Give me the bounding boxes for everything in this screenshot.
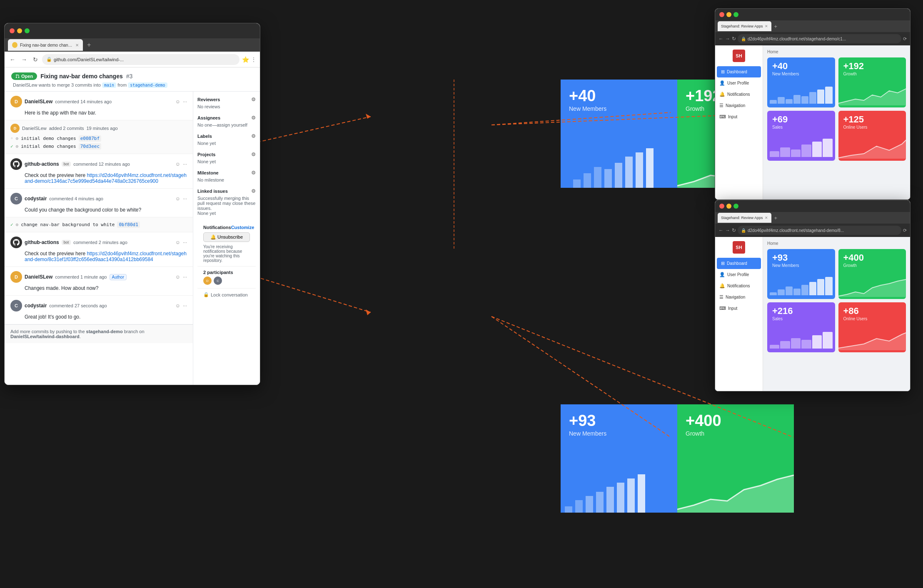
dash-bottom-nav-navigation[interactable]: ☰ Navigation [715,292,763,303]
dash-bottom-url[interactable]: 🔒 d2do46pvihf4mz.cloudfront.net/stagehan… [738,226,901,235]
emoji-4[interactable]: ☺ [175,303,180,309]
labels-section: Labels ⚙ None yet [197,133,256,146]
dash-top-new-tab[interactable]: + [773,23,779,30]
bot-badge-1: bot [62,162,71,167]
dash-top-minimize[interactable] [726,12,731,17]
dash-bottom-sales-label: Sales [772,316,830,321]
close-button[interactable] [10,28,15,33]
svg-rect-19 [636,152,643,188]
labels-gear[interactable]: ⚙ [251,133,256,139]
dash-bottom-new-tab[interactable]: + [773,215,779,221]
assignees-gear[interactable]: ⚙ [251,115,256,121]
sales-bar-6 [823,139,832,157]
new-tab-button[interactable]: + [85,41,93,49]
dash-top-close[interactable] [719,12,724,17]
lock-label[interactable]: Lock conversation [211,292,248,297]
commit-2-hash[interactable]: 70d3eec [79,143,101,149]
dash-top-maximize[interactable] [733,12,738,17]
extensions-area[interactable]: ⭐ ⋮ [242,56,257,63]
more-2[interactable]: ··· [183,196,187,202]
reviewers-header: Reviewers ⚙ [197,97,256,102]
notif-desc: You're receiving notifications because y… [203,244,250,263]
commit-1-hash[interactable]: e0087bf [79,135,101,142]
dash-bottom-nav-input[interactable]: ⌨ Input [715,303,763,314]
emoji-button-1[interactable]: ☺ [175,99,180,105]
dash-bottom-breadcrumb: Home [767,241,906,246]
more-bot-1[interactable]: ··· [183,161,187,167]
b-sales-bar-3 [791,338,801,349]
back-button[interactable]: ← [8,55,17,64]
dash-bottom-minimize[interactable] [726,204,731,209]
active-tab[interactable]: Fixing nav-bar demo changes | ✕ [8,39,83,51]
dash-top-card-online-users: +125 Online Users [838,111,906,161]
comment-1-header: D DanielSLew commented 14 minutes ago ☺ … [10,96,187,107]
dash-bottom-refresh[interactable]: ↻ [732,227,736,233]
forward-button[interactable]: → [20,55,29,64]
dash-bottom-new-members-number: +93 [772,253,830,262]
commit-1-message: initial demo changes [21,136,76,141]
dash-bottom-active-tab[interactable]: Stagehand: Review Apps ✕ [718,213,771,223]
dash-top-active-tab[interactable]: Stagehand: Review Apps ✕ [718,21,771,31]
more-4[interactable]: ··· [183,303,187,309]
reviewers-gear[interactable]: ⚙ [251,97,256,102]
maximize-button[interactable] [25,28,30,33]
sales-bar-3 [791,149,801,157]
linked-issues-gear[interactable]: ⚙ [251,188,256,194]
comment-4-author: codystair [25,303,47,309]
more-button-1[interactable]: ··· [183,99,187,105]
dash-bottom-reload-icon[interactable]: ⟳ [903,228,907,233]
milestone-gear[interactable]: ⚙ [251,170,256,176]
dash-top-nav-notifications[interactable]: 🔔 Notifications [715,89,763,100]
commits-time: 19 minutes ago [86,126,117,131]
dash-bottom-forward[interactable]: → [725,227,730,233]
dash-top-tab-close[interactable]: ✕ [765,24,768,28]
dash-bottom-nav-profile[interactable]: 👤 User Profile [715,269,763,280]
svg-marker-0 [838,89,906,105]
comment-4-header: C codystair commented 27 seconds ago ☺ ·… [10,300,187,311]
b-growth-chart-svg [838,276,906,297]
dash-top-sales-number: +69 [772,115,830,124]
dash-bottom-maximize[interactable] [733,204,738,209]
emoji-3[interactable]: ☺ [175,274,180,280]
more-3[interactable]: ··· [183,274,187,280]
bot-comment-1-header: github-actions bot commented 12 minutes … [10,158,187,170]
growth-chart-svg [838,85,906,105]
dash-top-reload-icon[interactable]: ⟳ [903,36,907,42]
dash-top-refresh[interactable]: ↻ [732,36,736,42]
input-nav-icon: ⌨ [719,114,726,120]
dash-bottom-nav-dashboard[interactable]: ⊞ Dashboard [717,258,761,269]
emoji-2[interactable]: ☺ [175,196,180,202]
dash-top-nav-input[interactable]: ⌨ Input [715,111,763,122]
comment-1-time: commented 14 minutes ago [55,99,112,104]
projects-gear[interactable]: ⚙ [251,152,256,157]
unsubscribe-button[interactable]: 🔔 Unsubscribe [203,232,250,242]
dash-top-nav-navigation[interactable]: ☰ Navigation [715,100,763,111]
dash-bottom-card-sales: +216 Sales [767,302,835,352]
dash-top-back[interactable]: ← [718,36,723,42]
dash-top-nav-profile[interactable]: 👤 User Profile [715,77,763,89]
dash-top-forward[interactable]: → [725,36,730,42]
dash-bottom-close[interactable] [719,204,724,209]
dash-top-url[interactable]: 🔒 d2do46pvihf4mz.cloudfront.net/stagehan… [738,34,901,43]
dash-bottom-body: SH ⊞ Dashboard 👤 User Profile 🔔 Notifica… [715,237,910,391]
avatar-github-actions-2 [10,237,22,248]
emoji-bot-2[interactable]: ☺ [175,239,180,245]
b-bar-4 [793,289,801,295]
dash-bottom-tab-close[interactable]: ✕ [765,216,768,220]
b-navigation-nav-icon: ☰ [719,294,723,300]
notifications-nav-icon: 🔔 [719,92,725,97]
customize-link[interactable]: Customize [231,225,254,230]
refresh-button[interactable]: ↻ [31,55,40,64]
more-bot-2[interactable]: ··· [183,239,187,245]
minimize-button[interactable] [17,28,22,33]
url-bar[interactable]: 🔒 github.com/DanielSLew/tailwind-... [42,54,239,65]
bar-2 [778,97,785,104]
tab-close-icon[interactable]: ✕ [75,43,79,47]
dash-bottom-back[interactable]: ← [718,227,723,233]
dash-bottom-nav-notifications[interactable]: 🔔 Notifications [715,280,763,292]
dash-bottom-new-members-chart [767,276,835,299]
comment-2-author: codystair [25,196,47,202]
commit-nav-hash[interactable]: 0bf80d1 [117,222,140,228]
emoji-bot-1[interactable]: ☺ [175,161,180,167]
dash-top-nav-dashboard[interactable]: ⊞ Dashboard [717,66,761,77]
